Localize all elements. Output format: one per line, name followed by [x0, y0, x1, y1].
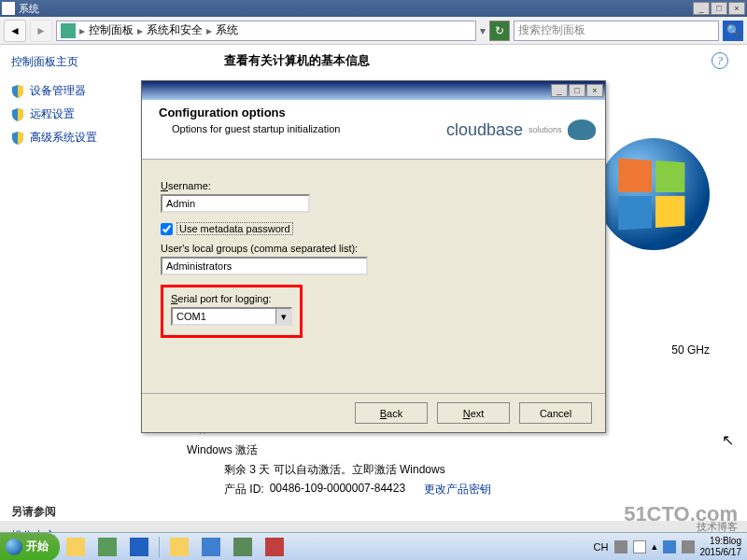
sidebar-item-label: 设备管理器	[30, 83, 86, 99]
forward-button[interactable]: ►	[30, 20, 52, 42]
taskbar-explorer[interactable]	[61, 536, 91, 558]
taskbar-system[interactable]	[228, 536, 258, 558]
search-input[interactable]: 搜索控制面板	[514, 21, 719, 41]
dropdown-icon[interactable]: ▾	[480, 24, 486, 37]
tray-network-icon[interactable]	[663, 540, 676, 553]
navigation-bar: ◄ ► ▸ 控制面板 ▸ 系统和安全 ▸ 系统 ▾ ↻ 搜索控制面板 🔍	[0, 17, 747, 45]
tray-up-icon[interactable]: ▴	[652, 540, 657, 553]
tray-keyboard-icon[interactable]	[614, 540, 627, 553]
start-button[interactable]: 开始	[0, 533, 60, 561]
metadata-password-checkbox[interactable]	[161, 223, 173, 235]
shield-icon	[11, 132, 24, 145]
dialog-maximize-button[interactable]: □	[569, 84, 585, 97]
product-id-value: 00486-109-0000007-84423	[270, 482, 405, 497]
dropdown-arrow-icon[interactable]: ▾	[275, 309, 290, 324]
sidebar-item-remote[interactable]: 远程设置	[11, 103, 138, 126]
language-indicator[interactable]: CH	[594, 541, 609, 553]
cursor-icon: ↖	[722, 431, 734, 449]
breadcrumb-item[interactable]: 系统	[216, 22, 238, 38]
activation-heading: Windows 激活	[187, 442, 258, 458]
change-key-link[interactable]: 更改产品密钥	[424, 482, 491, 497]
minimize-button[interactable]: _	[693, 2, 710, 15]
sidebar: 控制面板主页 设备管理器 远程设置 高级系统设置 另请参阅 操作中心 Windo…	[0, 45, 149, 521]
window-title: 系统	[19, 2, 693, 16]
serial-port-combo[interactable]: COM1 ▾	[171, 307, 292, 326]
dialog-minimize-button[interactable]: _	[551, 84, 568, 97]
highlighted-section: Serial port for logging: COM1 ▾	[161, 285, 303, 338]
sidebar-item-label: 高级系统设置	[30, 130, 97, 146]
clock[interactable]: 19:Blog 2015/6/17	[700, 536, 742, 558]
next-button[interactable]: Next	[437, 402, 510, 424]
serial-port-value: COM1	[176, 311, 206, 322]
dialog-close-button[interactable]: ×	[586, 84, 603, 97]
groups-input[interactable]	[161, 257, 368, 275]
taskbar-powershell[interactable]	[124, 536, 154, 558]
see-also-heading: 另请参阅	[11, 504, 138, 520]
sidebar-item-device-manager[interactable]: 设备管理器	[11, 79, 138, 103]
taskbar-libraries[interactable]	[92, 536, 122, 558]
app-icon	[2, 2, 15, 15]
window-titlebar: 系统 _ □ ×	[0, 0, 747, 17]
cancel-button[interactable]: Cancel	[519, 402, 592, 424]
username-input[interactable]	[161, 194, 310, 213]
sidebar-item-advanced[interactable]: 高级系统设置	[11, 126, 138, 149]
product-id-label: 产品 ID:	[224, 482, 264, 497]
config-dialog: _ □ × Configuration options Options for …	[141, 80, 606, 433]
sidebar-item-label: 远程设置	[30, 106, 75, 122]
taskbar: 开始 CH ▴ 19:Blog 2015/6/17	[0, 532, 747, 560]
taskbar-folder[interactable]	[164, 536, 194, 558]
shield-icon	[11, 108, 24, 121]
search-icon[interactable]: 🔍	[723, 21, 743, 41]
cpu-freq: 50 GHz	[671, 343, 710, 357]
breadcrumb-item[interactable]: 系统和安全	[147, 22, 203, 38]
metadata-password-label: Use metadata password	[176, 222, 293, 235]
computer-icon	[61, 23, 76, 38]
shield-icon	[11, 85, 24, 98]
tray-sound-icon[interactable]	[682, 540, 695, 553]
breadcrumb-item[interactable]: 控制面板	[89, 22, 134, 38]
back-button[interactable]: ◄	[4, 20, 26, 42]
username-label: Username:	[161, 180, 586, 191]
sidebar-heading[interactable]: 控制面板主页	[11, 54, 138, 70]
help-icon[interactable]: ?	[712, 52, 728, 69]
close-button[interactable]: ×	[728, 2, 745, 15]
serial-label: Serial port for logging:	[171, 293, 292, 304]
cloudbase-logo: cloudbase solutions	[446, 107, 596, 152]
activation-text: 剩余 3 天 可以自动激活。立即激活 Windows	[224, 462, 445, 478]
dialog-banner: Configuration options Options for guest …	[142, 100, 605, 160]
breadcrumb[interactable]: ▸ 控制面板 ▸ 系统和安全 ▸ 系统	[56, 21, 476, 41]
taskbar-server-manager[interactable]	[196, 536, 226, 558]
refresh-button[interactable]: ↻	[489, 21, 510, 41]
search-placeholder: 搜索控制面板	[518, 22, 585, 38]
windows-logo	[598, 138, 710, 250]
page-title: 查看有关计算机的基本信息	[224, 52, 728, 69]
dialog-titlebar: _ □ ×	[142, 81, 605, 100]
start-orb-icon	[6, 539, 22, 555]
back-button[interactable]: Back	[355, 402, 428, 424]
maximize-button[interactable]: □	[711, 2, 727, 15]
groups-label: User's local groups (comma separated lis…	[161, 243, 586, 254]
cloud-icon	[568, 119, 596, 140]
taskbar-installer[interactable]	[260, 536, 289, 558]
tray-action-icon[interactable]	[633, 540, 646, 553]
